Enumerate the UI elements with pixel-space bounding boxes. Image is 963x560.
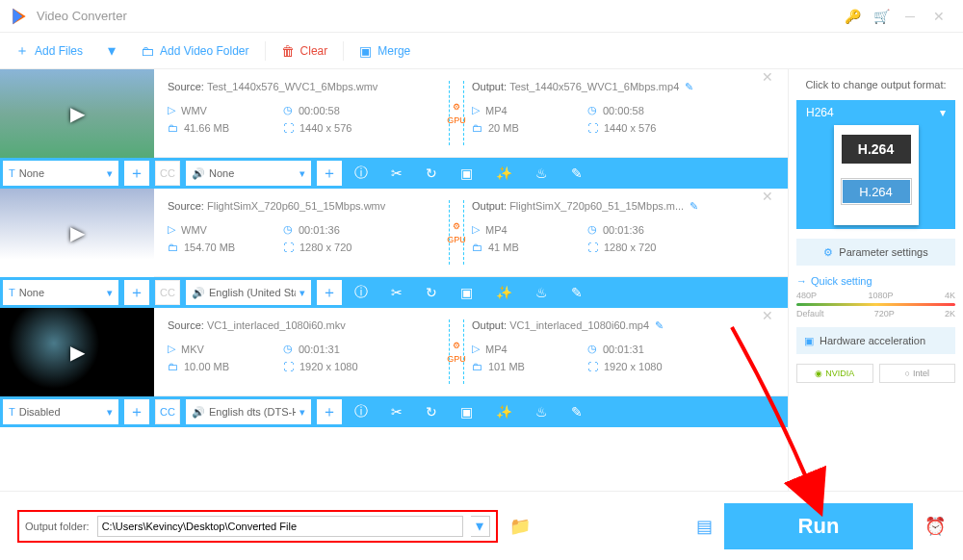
hardware-accel-button[interactable]: ▣Hardware acceleration xyxy=(796,327,955,354)
effects-icon[interactable]: ✨ xyxy=(496,285,512,300)
audio-select[interactable]: 🔊None▾ xyxy=(186,161,311,186)
plus-icon: ＋ xyxy=(15,42,29,60)
clear-button[interactable]: 🗑Clear xyxy=(266,43,344,59)
chevron-down-icon: ▾ xyxy=(107,287,113,299)
key-icon[interactable]: 🔑 xyxy=(838,9,867,24)
subtitle-select[interactable]: TDisabled▾ xyxy=(3,399,118,424)
info-icon[interactable]: ⓘ xyxy=(354,403,368,420)
watermark-icon[interactable]: ♨ xyxy=(535,285,548,300)
subtitle-select[interactable]: TNone▾ xyxy=(3,280,118,305)
cart-icon[interactable]: 🛒 xyxy=(867,9,896,24)
rotate-icon[interactable]: ↻ xyxy=(426,165,437,181)
cut-icon[interactable]: ✂ xyxy=(391,285,403,300)
source-filename: VC1_interlaced_1080i60.mkv xyxy=(207,319,346,331)
audio-value: None xyxy=(209,167,296,179)
add-audio-button[interactable]: ＋ xyxy=(317,280,342,305)
edit-subtitle-icon[interactable]: ✎ xyxy=(571,404,583,420)
nvidia-icon: ◉ xyxy=(815,369,822,378)
add-files-button[interactable]: ＋Add Files xyxy=(0,42,98,60)
output-filename: Test_1440x576_WVC1_6Mbps.mp4 xyxy=(509,81,679,92)
folder-plus-icon: 🗀 xyxy=(141,43,154,59)
effects-icon[interactable]: ✨ xyxy=(496,165,512,181)
video-thumbnail[interactable]: ▶ xyxy=(0,69,154,158)
gpu-label: GPU xyxy=(447,235,466,244)
merge-button[interactable]: ▣Merge xyxy=(344,43,426,59)
rotate-icon[interactable]: ↻ xyxy=(426,285,437,300)
clock-icon: ◷ xyxy=(283,343,293,355)
add-audio-button[interactable]: ＋ xyxy=(317,161,342,186)
edit-icon[interactable]: ✎ xyxy=(685,81,693,93)
right-panel: Click to change output format: H264▾ H.2… xyxy=(788,69,963,491)
open-folder-button[interactable]: 📁 xyxy=(509,516,531,537)
trash-icon: 🗑 xyxy=(281,43,295,59)
src-resolution: 1280 x 720 xyxy=(299,242,351,253)
remove-row-button[interactable]: ✕ xyxy=(753,189,782,276)
source-label: Source: xyxy=(168,319,204,331)
merge-icon: ▣ xyxy=(359,43,372,59)
size-icon: 🗀 xyxy=(168,122,178,134)
play-icon: ▶ xyxy=(0,308,154,396)
watermark-icon[interactable]: ♨ xyxy=(535,404,548,420)
format-selector[interactable]: H264▾ H.264 H.264 xyxy=(796,100,955,229)
cut-icon[interactable]: ✂ xyxy=(391,165,403,181)
output-label: Output: xyxy=(472,319,507,331)
text-icon: T xyxy=(9,287,15,298)
out-resolution: 1920 x 1080 xyxy=(604,361,663,372)
output-folder-dropdown[interactable]: ▾ xyxy=(471,516,490,537)
add-files-dropdown[interactable]: ▾ xyxy=(98,41,125,60)
add-subtitle-button[interactable]: ＋ xyxy=(124,280,149,305)
play-icon: ▶ xyxy=(0,69,154,158)
rotate-icon[interactable]: ↻ xyxy=(426,404,437,420)
resolution-icon: ⛶ xyxy=(283,122,294,134)
add-audio-button[interactable]: ＋ xyxy=(317,399,342,424)
format-icon: ▷ xyxy=(168,104,175,116)
toolbar: ＋Add Files ▾ 🗀Add Video Folder 🗑Clear ▣M… xyxy=(0,33,963,69)
edit-icon[interactable]: ✎ xyxy=(655,319,664,332)
crop-icon[interactable]: ▣ xyxy=(460,165,473,181)
crop-icon[interactable]: ▣ xyxy=(460,285,473,300)
output-folder-input[interactable] xyxy=(97,516,463,537)
info-icon[interactable]: ⓘ xyxy=(354,165,368,182)
add-subtitle-button[interactable]: ＋ xyxy=(124,161,149,186)
watermark-icon[interactable]: ♨ xyxy=(535,165,548,181)
video-thumbnail[interactable]: ▶ xyxy=(0,189,154,277)
gpu-icon: ⚙ xyxy=(453,341,460,350)
subtitle-select[interactable]: TNone▾ xyxy=(3,161,118,186)
quality-slider[interactable]: 480P1080P4K Default720P2K xyxy=(796,291,955,318)
chevron-down-icon: ▾ xyxy=(940,106,946,119)
run-button[interactable]: Run xyxy=(724,503,913,549)
cut-icon[interactable]: ✂ xyxy=(391,404,403,420)
edit-subtitle-icon[interactable]: ✎ xyxy=(571,285,583,300)
parameter-settings-button[interactable]: ⚙Parameter settings xyxy=(796,239,955,266)
audio-select[interactable]: 🔊English dts (DTS-HD▾ xyxy=(186,399,311,424)
output-filename: FlightSimX_720p60_51_15Mbps.m... xyxy=(509,200,684,212)
cc-button[interactable]: CC xyxy=(155,280,180,305)
cc-button[interactable]: CC xyxy=(155,399,180,424)
add-files-label: Add Files xyxy=(35,44,83,58)
edit-icon[interactable]: ✎ xyxy=(690,200,698,213)
out-resolution: 1440 x 576 xyxy=(604,122,656,134)
schedule-icon[interactable]: ⏰ xyxy=(924,516,946,537)
gpu-icon: ⚙ xyxy=(453,102,460,112)
video-thumbnail[interactable]: ▶ xyxy=(0,308,154,396)
src-size: 10.00 MB xyxy=(184,361,229,372)
remove-row-button[interactable]: ✕ xyxy=(753,308,782,395)
close-icon[interactable]: ✕ xyxy=(924,9,953,24)
size-icon: 🗀 xyxy=(472,242,482,253)
resolution-icon: ⛶ xyxy=(283,242,294,253)
gpu-label: GPU xyxy=(447,115,466,125)
subtitle-value: None xyxy=(19,167,103,179)
remove-row-button[interactable]: ✕ xyxy=(753,69,782,157)
effects-icon[interactable]: ✨ xyxy=(496,404,512,420)
resolution-icon: ⛶ xyxy=(587,242,598,253)
minimize-icon[interactable]: ─ xyxy=(896,9,924,24)
codec-badge-alt: H.264 xyxy=(842,179,911,204)
crop-icon[interactable]: ▣ xyxy=(460,404,473,420)
list-icon[interactable]: ▤ xyxy=(696,516,713,537)
info-icon[interactable]: ⓘ xyxy=(354,284,368,301)
cc-button[interactable]: CC xyxy=(155,161,180,186)
edit-subtitle-icon[interactable]: ✎ xyxy=(571,165,583,181)
add-folder-button[interactable]: 🗀Add Video Folder xyxy=(125,43,265,59)
audio-select[interactable]: 🔊English (United State▾ xyxy=(186,280,311,305)
add-subtitle-button[interactable]: ＋ xyxy=(124,399,149,424)
